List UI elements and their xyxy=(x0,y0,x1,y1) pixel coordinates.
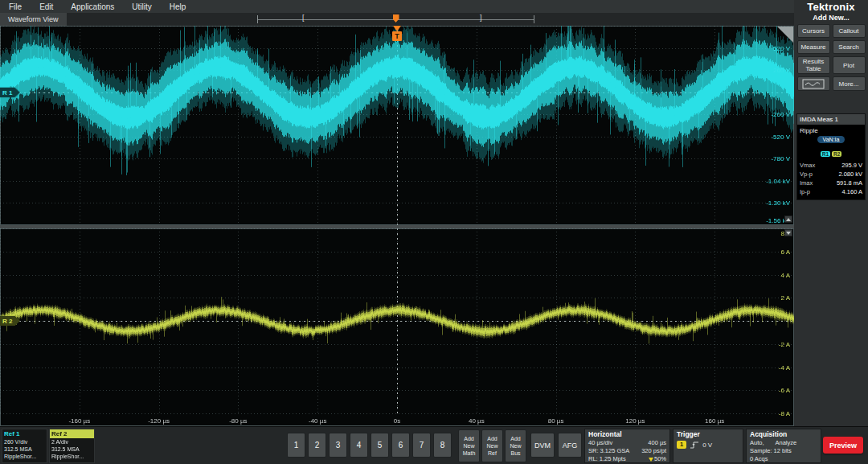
afg-button[interactable]: AFG xyxy=(558,433,582,458)
menu-item-file[interactable]: File xyxy=(0,0,31,13)
menu-item-utility[interactable]: Utility xyxy=(123,0,160,13)
horizontal-row: 40 µs/div400 µs xyxy=(588,439,666,447)
ref2-sample-rate: 312.5 MSA xyxy=(50,446,94,453)
preview-button[interactable]: Preview xyxy=(823,437,863,454)
channel-1-button[interactable]: 1 xyxy=(287,433,305,458)
meas-results: Vmax295.9 VVp-p2.080 kVImax591.8 mAIp-p4… xyxy=(800,162,862,195)
more-button[interactable]: More... xyxy=(833,76,866,91)
zoom-corner-handle[interactable] xyxy=(777,27,793,43)
horizontal-right-text: 400 µs xyxy=(648,439,666,447)
current-waveform-canvas xyxy=(0,228,794,426)
add-new-ref-button[interactable]: AddNewRef xyxy=(481,429,503,462)
add-new-plot-button[interactable]: Plot xyxy=(833,56,866,74)
meas-source-ref-r1: R1 xyxy=(821,151,830,157)
channel-buttons: 12345678 xyxy=(287,433,452,458)
acquisition-panel[interactable]: Acquisition Auto, Analyze Sample: 12 bit… xyxy=(746,429,821,463)
trigger-panel[interactable]: Trigger 1 0 V xyxy=(673,429,743,463)
horizontal-position-icon xyxy=(649,458,653,462)
meas-label-imax: Imax xyxy=(800,179,813,187)
right-sidebar: Tektronix Add New... CursorsCalloutMeasu… xyxy=(794,0,868,426)
tab-waveform-view[interactable]: Waveform View xyxy=(0,13,67,26)
add-new-search-button[interactable]: Search xyxy=(833,40,866,54)
ref1-sample-rate: 312.5 MSA xyxy=(2,446,47,453)
minimap-trigger-icon[interactable] xyxy=(393,14,399,23)
channel-2-button[interactable]: 2 xyxy=(308,433,326,458)
current-graticule: 8 A6 A4 A2 A-2 A-4 A-6 A-8 A -160 µs-120… xyxy=(0,228,794,426)
acquisition-analyze: Analyze xyxy=(776,439,797,447)
meas-label-ip-p: Ip-p xyxy=(800,188,810,195)
ref2-scale: 2 A/div xyxy=(50,438,94,446)
add-new-icon-row: More... xyxy=(794,76,868,91)
menu-item-help[interactable]: Help xyxy=(161,0,195,13)
tektronix-logo: Tektronix xyxy=(794,1,868,13)
ref2-badge-title: Ref 2 xyxy=(50,429,94,438)
horizontal-row: SR: 3.125 GSA320 ps/pt xyxy=(588,447,666,455)
meas-value-ip-p: 4.160 A xyxy=(842,188,862,195)
add-new-results-table-button[interactable]: Results Table xyxy=(797,56,830,74)
horizontal-left-value: 40 µs/div xyxy=(588,439,612,447)
trigger-level: 0 V xyxy=(702,441,712,449)
measurement-badge-panel[interactable]: IMDA Meas 1 Ripple VaN:Ia R1R2 Vmax295.9… xyxy=(796,113,866,200)
ref1-scale: 260 V/div xyxy=(2,438,47,446)
scroll-down-button[interactable] xyxy=(784,229,792,236)
add-button-line: Add xyxy=(510,435,520,442)
meas-result-row: Vmax295.9 V xyxy=(800,162,862,169)
add-button-line: New xyxy=(486,442,497,450)
ref1-badge[interactable]: Ref 1 260 V/div 312.5 MSA RippleShor... xyxy=(2,429,47,463)
ref1-file: RippleShor... xyxy=(2,453,47,460)
channel-6-button[interactable]: 6 xyxy=(391,433,410,458)
horizontal-right-text: 320 ps/pt xyxy=(641,447,666,455)
trigger-slope-icon xyxy=(690,441,699,449)
measurement-name: Ripple xyxy=(800,127,862,134)
tab-bar: Waveform View [ ] xyxy=(0,13,794,26)
channel-8-button[interactable]: 8 xyxy=(433,433,452,458)
add-new-bus-button[interactable]: AddNewBus xyxy=(505,429,526,462)
add-button-line: New xyxy=(510,442,521,450)
meas-result-row: Vp-p2.080 kV xyxy=(800,170,862,178)
waveform-display[interactable]: 520 V260 V-260 V-520 V-780 V-1.04 kV-1.3… xyxy=(0,26,794,426)
menu-item-edit[interactable]: Edit xyxy=(31,0,62,13)
arrow-down-icon xyxy=(786,232,791,235)
scroll-up-button[interactable] xyxy=(784,216,792,223)
add-buttons: AddNewMathAddNewRefAddNewBus xyxy=(458,429,526,462)
meas-value-vmax: 295.9 V xyxy=(841,162,862,169)
waveform-view-icon xyxy=(802,79,825,89)
bottom-bar: Ref 1 260 V/div 312.5 MSA RippleShor... … xyxy=(0,426,868,464)
dvm-button[interactable]: DVM xyxy=(530,433,555,458)
trigger-position-indicator[interactable]: T xyxy=(392,31,402,41)
measurement-body: Ripple VaN:Ia R1R2 Vmax295.9 VVp-p2.080 … xyxy=(797,125,865,199)
add-new-measure-button[interactable]: Measure xyxy=(797,40,830,54)
add-button-line: Add xyxy=(487,435,497,442)
new-waveform-view-button[interactable] xyxy=(797,76,830,91)
ref2-badge[interactable]: Ref 2 2 A/div 312.5 MSA RippleShor... xyxy=(49,429,95,463)
channel-4-button[interactable]: 4 xyxy=(350,433,368,458)
acquisition-sample: Sample: 12 bits xyxy=(750,447,817,455)
meas-label-vmax: Vmax xyxy=(800,162,815,169)
arrow-up-icon xyxy=(786,218,791,221)
acquisition-mode-row: Auto, Analyze xyxy=(750,439,817,447)
channel-7-button[interactable]: 7 xyxy=(412,433,431,458)
horizontal-right-value: 320 ps/pt xyxy=(641,447,666,455)
menu-item-applications[interactable]: Applications xyxy=(62,0,123,13)
measurement-panel-title: IMDA Meas 1 xyxy=(797,114,865,125)
ref2-file: RippleShor... xyxy=(50,453,94,460)
add-button-line: New xyxy=(463,442,474,450)
record-view-minimap[interactable]: [ ] xyxy=(257,15,534,23)
trigger-title: Trigger xyxy=(677,430,739,438)
add-new-callout-button[interactable]: Callout xyxy=(833,24,866,38)
voltage-waveform-canvas xyxy=(0,26,794,225)
meas-value-imax: 591.8 mA xyxy=(837,179,862,187)
meas-source-refs: R1R2 xyxy=(800,145,862,159)
minimap-left-bracket: [ xyxy=(302,14,305,22)
measurement-source-badge: VaN:Ia xyxy=(817,136,845,143)
channel-5-button[interactable]: 5 xyxy=(371,433,389,458)
add-button-line: Ref xyxy=(488,450,497,457)
menu-bar: FileEditApplicationsUtilityHelp xyxy=(0,0,794,13)
add-new-cursors-button[interactable]: Cursors xyxy=(797,24,830,38)
add-new-math-button[interactable]: AddNewMath xyxy=(458,429,480,462)
channel-3-button[interactable]: 3 xyxy=(329,433,347,458)
ref1-badge-title: Ref 1 xyxy=(2,429,47,438)
meas-result-row: Ip-p4.160 A xyxy=(800,188,862,195)
horizontal-panel[interactable]: Horizontal 40 µs/div400 µsSR: 3.125 GSA3… xyxy=(584,429,670,463)
voltage-graticule: 520 V260 V-260 V-520 V-780 V-1.04 kV-1.3… xyxy=(0,26,794,225)
